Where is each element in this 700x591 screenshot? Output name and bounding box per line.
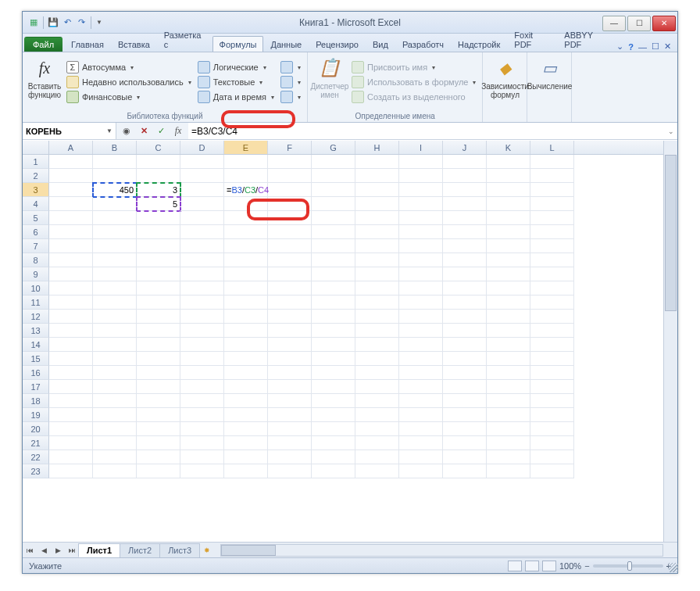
view-normal-button[interactable] bbox=[508, 561, 522, 571]
cell-F12[interactable] bbox=[268, 310, 312, 324]
cell-L4[interactable] bbox=[530, 197, 574, 211]
workbook-restore-icon[interactable]: ☐ bbox=[652, 41, 659, 52]
cell-F8[interactable] bbox=[268, 253, 312, 267]
cell-C1[interactable] bbox=[137, 155, 180, 169]
cell-K11[interactable] bbox=[487, 296, 530, 310]
cell-E1[interactable] bbox=[224, 155, 268, 169]
col-header-I[interactable]: I bbox=[399, 141, 443, 154]
zoom-level[interactable]: 100% bbox=[559, 561, 581, 571]
cell-A9[interactable] bbox=[49, 267, 93, 281]
cell-F10[interactable] bbox=[268, 281, 312, 296]
close-button[interactable]: ✕ bbox=[652, 16, 676, 31]
cell-J16[interactable] bbox=[443, 366, 487, 380]
cell-J8[interactable] bbox=[443, 253, 487, 267]
cell-B5[interactable] bbox=[93, 211, 137, 225]
col-header-B[interactable]: B bbox=[93, 141, 137, 154]
cell-D1[interactable] bbox=[180, 155, 224, 169]
cell-E15[interactable] bbox=[224, 352, 268, 366]
cell-H2[interactable] bbox=[355, 169, 399, 183]
cell-C21[interactable] bbox=[137, 436, 180, 450]
cell-A13[interactable] bbox=[49, 324, 93, 338]
cell-G20[interactable] bbox=[312, 422, 355, 436]
cell-C10[interactable] bbox=[137, 281, 180, 296]
cell-I3[interactable] bbox=[399, 183, 443, 197]
cell-E12[interactable] bbox=[224, 310, 268, 324]
cell-B6[interactable] bbox=[93, 225, 137, 239]
cell-G2[interactable] bbox=[312, 169, 355, 183]
col-header-A[interactable]: A bbox=[49, 141, 93, 154]
cell-J10[interactable] bbox=[443, 281, 487, 296]
cell-B8[interactable] bbox=[93, 253, 137, 267]
cell-E19[interactable] bbox=[224, 408, 268, 422]
cell-J11[interactable] bbox=[443, 296, 487, 310]
cell-E13[interactable] bbox=[224, 324, 268, 338]
cell-I9[interactable] bbox=[399, 267, 443, 281]
cell-J20[interactable] bbox=[443, 422, 487, 436]
cell-D12[interactable] bbox=[180, 310, 224, 324]
row-header-22[interactable]: 22 bbox=[23, 450, 49, 464]
cell-J9[interactable] bbox=[443, 267, 487, 281]
cell-E14[interactable] bbox=[224, 338, 268, 352]
cell-C2[interactable] bbox=[137, 169, 180, 183]
cell-G9[interactable] bbox=[312, 267, 355, 281]
cell-H19[interactable] bbox=[355, 408, 399, 422]
cell-H14[interactable] bbox=[355, 338, 399, 352]
cell-F17[interactable] bbox=[268, 380, 312, 394]
cell-C22[interactable] bbox=[137, 450, 180, 464]
cell-A11[interactable] bbox=[49, 296, 93, 310]
formula-bar-input[interactable] bbox=[191, 126, 674, 137]
view-pagelayout-button[interactable] bbox=[525, 561, 539, 571]
cell-D23[interactable] bbox=[180, 464, 224, 478]
cell-I15[interactable] bbox=[399, 352, 443, 366]
cell-D7[interactable] bbox=[180, 239, 224, 253]
row-header-15[interactable]: 15 bbox=[23, 352, 49, 366]
new-sheet-icon[interactable]: ✸ bbox=[200, 543, 214, 557]
col-header-F[interactable]: F bbox=[268, 141, 312, 154]
cell-E3[interactable]: =B3/C3/C4 bbox=[224, 183, 268, 197]
cell-H20[interactable] bbox=[355, 422, 399, 436]
row-header-18[interactable]: 18 bbox=[23, 394, 49, 408]
cell-A5[interactable] bbox=[49, 211, 93, 225]
tab-abbyy-pdf[interactable]: ABBYY PDF bbox=[557, 27, 616, 52]
cell-H7[interactable] bbox=[355, 239, 399, 253]
name-box-dropdown-icon[interactable]: ▼ bbox=[106, 127, 112, 134]
cell-H13[interactable] bbox=[355, 324, 399, 338]
cell-G15[interactable] bbox=[312, 352, 355, 366]
cell-D5[interactable] bbox=[180, 211, 224, 225]
cell-F20[interactable] bbox=[268, 422, 312, 436]
cell-G10[interactable] bbox=[312, 281, 355, 296]
cell-B23[interactable] bbox=[93, 464, 137, 478]
row-header-2[interactable]: 2 bbox=[23, 169, 49, 183]
select-all-corner[interactable] bbox=[23, 141, 49, 154]
sheet-tab-Лист3[interactable]: Лист3 bbox=[159, 543, 200, 557]
cell-J18[interactable] bbox=[443, 394, 487, 408]
cell-L16[interactable] bbox=[530, 366, 574, 380]
range-selector-icon[interactable]: ◉ bbox=[120, 124, 134, 138]
cell-F6[interactable] bbox=[268, 225, 312, 239]
tab-вставка[interactable]: Вставка bbox=[111, 36, 157, 52]
row-header-12[interactable]: 12 bbox=[23, 310, 49, 324]
cell-I6[interactable] bbox=[399, 225, 443, 239]
cell-H9[interactable] bbox=[355, 267, 399, 281]
cell-K8[interactable] bbox=[487, 253, 530, 267]
row-header-11[interactable]: 11 bbox=[23, 296, 49, 310]
cell-B15[interactable] bbox=[93, 352, 137, 366]
maximize-button[interactable]: ☐ bbox=[627, 16, 651, 31]
cell-G18[interactable] bbox=[312, 394, 355, 408]
workbook-minimize-icon[interactable]: — bbox=[638, 42, 647, 52]
cell-H18[interactable] bbox=[355, 394, 399, 408]
col-header-L[interactable]: L bbox=[530, 141, 574, 154]
cell-B20[interactable] bbox=[93, 422, 137, 436]
cell-K12[interactable] bbox=[487, 310, 530, 324]
cell-H3[interactable] bbox=[355, 183, 399, 197]
save-icon[interactable]: 💾 bbox=[47, 16, 59, 29]
row-header-6[interactable]: 6 bbox=[23, 225, 49, 239]
accept-formula-button[interactable]: ✓ bbox=[154, 124, 168, 138]
cell-B16[interactable] bbox=[93, 366, 137, 380]
cell-J5[interactable] bbox=[443, 211, 487, 225]
cell-B19[interactable] bbox=[93, 408, 137, 422]
row-header-10[interactable]: 10 bbox=[23, 281, 49, 296]
cell-C12[interactable] bbox=[137, 310, 180, 324]
cell-A12[interactable] bbox=[49, 310, 93, 324]
col-header-H[interactable]: H bbox=[355, 141, 399, 154]
